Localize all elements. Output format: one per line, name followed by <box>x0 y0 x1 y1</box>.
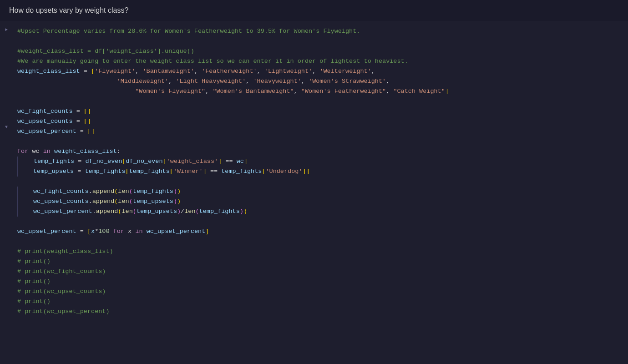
title-bar: How do upsets vary by weight class? <box>0 0 628 21</box>
code-line: wc_fight_counts.append(len(temp_fights)) <box>17 187 628 197</box>
code-line-blank <box>17 96 628 106</box>
fold-arrow[interactable]: ► <box>5 26 8 34</box>
code-line-blank <box>17 217 628 227</box>
code-line: # print() <box>17 297 628 307</box>
code-line: wc_upset_counts = [] <box>17 116 628 126</box>
code-line: # print(weight_class_list) <box>17 247 628 257</box>
fold-arrow-2[interactable]: ▼ <box>5 124 8 131</box>
code-line: wc_upset_percent = [x*100 for x in wc_up… <box>17 227 628 237</box>
page-title: How do upsets vary by weight class? <box>0 0 628 21</box>
code-line: wc_fight_counts = [] <box>17 106 628 116</box>
code-line: wc_upset_percent = [] <box>17 126 628 136</box>
code-line: #We are manually going to enter the weig… <box>17 56 628 66</box>
code-line: # print() <box>17 277 628 287</box>
code-line-blank <box>17 177 628 187</box>
code-line: temp_fights = df_no_even[df_no_even['wei… <box>17 157 628 167</box>
gutter: ► ▼ <box>0 21 13 363</box>
code-line: temp_upsets = temp_fights[temp_fights['W… <box>17 167 628 177</box>
code-line: # print(wc_upset_counts) <box>17 287 628 297</box>
code-line: #weight_class_list = df['weight_class'].… <box>17 46 628 56</box>
code-line: for wc in weight_class_list: <box>17 147 628 157</box>
editor-area: ► ▼ #Upset Percentage varies from 28.6% … <box>0 21 628 363</box>
code-editor[interactable]: #Upset Percentage varies from 28.6% for … <box>13 21 628 363</box>
code-line: # print(wc_fight_counts) <box>17 267 628 277</box>
code-line: "Women's Flyweight", "Women's Bantamweig… <box>17 86 628 96</box>
code-line: wc_upset_counts.append(len(temp_upsets)) <box>17 197 628 207</box>
code-line: 'Middleweight', 'Light Heavyweight', 'He… <box>17 76 628 86</box>
code-line-blank <box>17 136 628 147</box>
code-line-blank <box>17 237 628 247</box>
code-line: # print() <box>17 257 628 267</box>
code-line: #Upset Percentage varies from 28.6% for … <box>17 26 628 36</box>
code-line: wc_upset_percent.append(len(temp_upsets)… <box>17 207 628 217</box>
code-line-blank <box>17 36 628 46</box>
code-line: # print(wc_upset_percent) <box>17 307 628 317</box>
code-line: weight_class_list = ['Flyweight', 'Banta… <box>17 66 628 76</box>
